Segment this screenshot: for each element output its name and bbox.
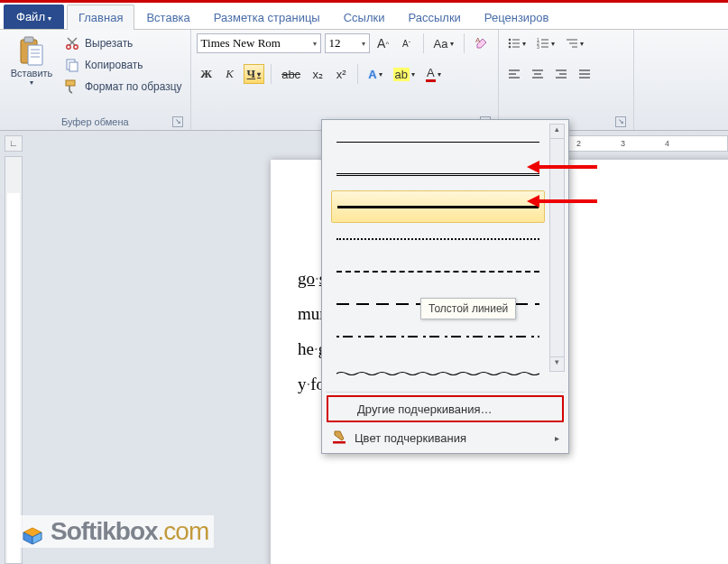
grow-font-button[interactable]: A^ — [373, 33, 393, 53]
underline-thick[interactable]: Толстой линией — [331, 190, 545, 223]
cut-button[interactable]: Вырезать — [61, 33, 185, 53]
underline-wave[interactable] — [331, 353, 545, 385]
group-font: Times New Rom▾ 12▾ A^ Aˇ Aa▾ A Ж К Ч▾ ab… — [191, 30, 499, 130]
font-name-combo[interactable]: Times New Rom▾ — [197, 33, 321, 53]
scroll-up-button[interactable]: ▴ — [550, 125, 564, 139]
highlight-button[interactable]: ab▾ — [390, 64, 419, 84]
svg-text:3: 3 — [537, 44, 539, 50]
strike-button[interactable]: abc — [278, 64, 304, 84]
numbering-icon: 123 — [537, 37, 549, 50]
underline-button[interactable]: Ч▾ — [244, 64, 265, 84]
brush-icon — [64, 79, 80, 95]
svg-point-14 — [508, 42, 511, 45]
underline-dot-dash[interactable] — [331, 320, 545, 353]
underline-single[interactable] — [331, 125, 545, 158]
align-justify-button[interactable] — [575, 64, 594, 84]
svg-point-16 — [508, 46, 511, 49]
font-size-combo[interactable]: 12▾ — [325, 33, 370, 53]
more-underlines-item[interactable]: Другие подчеркивания… — [327, 395, 564, 422]
copy-icon — [64, 57, 80, 73]
tab-home[interactable]: Главная — [67, 5, 134, 30]
align-right-button[interactable] — [551, 64, 571, 84]
annotation-arrow — [525, 193, 597, 209]
tab-references[interactable]: Ссылки — [332, 5, 397, 30]
multilevel-icon — [566, 37, 578, 50]
numbering-button[interactable]: 123▾ — [533, 33, 558, 53]
group-clipboard: Вставить ▾ Вырезать Копировать Формат по… — [0, 30, 191, 130]
align-center-button[interactable] — [528, 64, 548, 84]
change-case-button[interactable]: Aa▾ — [430, 33, 457, 53]
paragraph-dialog-launcher[interactable] — [615, 116, 626, 127]
ruler-tick: 3 — [621, 139, 625, 148]
clear-format-button[interactable]: A — [471, 33, 493, 53]
underline-dashed[interactable] — [331, 255, 545, 288]
copy-button[interactable]: Копировать — [61, 55, 185, 75]
clipboard-dialog-launcher[interactable] — [172, 116, 183, 127]
svg-text:A: A — [475, 36, 481, 44]
svg-point-12 — [508, 39, 511, 42]
svg-rect-10 — [66, 80, 75, 86]
shrink-font-button[interactable]: Aˇ — [397, 33, 417, 53]
font-color-button[interactable]: A▾ — [422, 64, 445, 84]
watermark: Softikbox.com — [14, 515, 214, 548]
vertical-ruler[interactable] — [5, 156, 23, 564]
chevron-right-icon: ▸ — [555, 433, 559, 443]
paste-button[interactable]: Вставить ▾ — [5, 33, 58, 88]
horizontal-ruler[interactable]: 2 3 4 — [559, 135, 728, 152]
group-label-clipboard: Буфер обмена — [5, 115, 185, 130]
tab-file[interactable]: Файл▾ — [4, 5, 64, 29]
eraser-icon: A — [475, 36, 489, 51]
underline-color-icon — [331, 430, 347, 446]
align-justify-icon — [578, 69, 591, 79]
ruler-corner[interactable]: ∟ — [5, 135, 23, 152]
align-center-icon — [531, 69, 544, 79]
scissors-icon — [64, 35, 80, 51]
svg-rect-9 — [69, 62, 78, 71]
ruler-tick: 2 — [576, 139, 581, 148]
bullets-icon — [508, 37, 521, 50]
svg-point-6 — [67, 45, 70, 49]
format-painter-label: Формат по образцу — [85, 80, 182, 93]
more-underlines-label: Другие подчеркивания… — [357, 402, 492, 416]
tab-insert[interactable]: Вставка — [134, 5, 201, 30]
align-left-icon — [508, 69, 521, 79]
ruler-tick: 4 — [665, 139, 669, 148]
tab-layout[interactable]: Разметка страницы — [202, 5, 332, 30]
tooltip: Толстой линией — [420, 298, 516, 319]
svg-rect-39 — [333, 441, 346, 444]
paste-icon — [15, 35, 48, 68]
bold-button[interactable]: Ж — [197, 64, 217, 84]
align-right-icon — [555, 69, 567, 79]
superscript-button[interactable]: x² — [331, 64, 351, 84]
underline-dotted[interactable] — [331, 223, 545, 255]
tab-mailings[interactable]: Рассылки — [397, 5, 473, 30]
underline-color-label: Цвет подчеркивания — [355, 431, 466, 445]
ribbon-tabbar: Файл▾ Главная Вставка Разметка страницы … — [0, 3, 728, 30]
ribbon: Вставить ▾ Вырезать Копировать Формат по… — [0, 30, 728, 131]
annotation-arrow — [525, 159, 597, 175]
italic-button[interactable]: К — [220, 64, 240, 84]
cut-label: Вырезать — [85, 37, 133, 50]
svg-rect-1 — [24, 37, 33, 42]
svg-rect-2 — [28, 45, 42, 65]
logo-icon — [20, 523, 45, 543]
bullets-button[interactable]: ▾ — [504, 33, 530, 53]
underline-double[interactable] — [331, 158, 545, 190]
copy-label: Копировать — [85, 59, 143, 71]
underline-color-item[interactable]: Цвет подчеркивания ▸ — [322, 424, 568, 451]
subscript-button[interactable]: x₂ — [308, 64, 327, 84]
text-effects-button[interactable]: A▾ — [364, 64, 385, 84]
scroll-down-button[interactable]: ▾ — [550, 356, 564, 371]
tab-review[interactable]: Рецензиров — [473, 5, 561, 30]
format-painter-button[interactable]: Формат по образцу — [61, 77, 185, 97]
paste-label: Вставить — [11, 68, 53, 79]
align-left-button[interactable] — [504, 64, 524, 84]
multilevel-button[interactable]: ▾ — [562, 33, 587, 53]
svg-point-7 — [74, 45, 78, 49]
group-paragraph: ▾ 123▾ ▾ — [499, 30, 634, 130]
